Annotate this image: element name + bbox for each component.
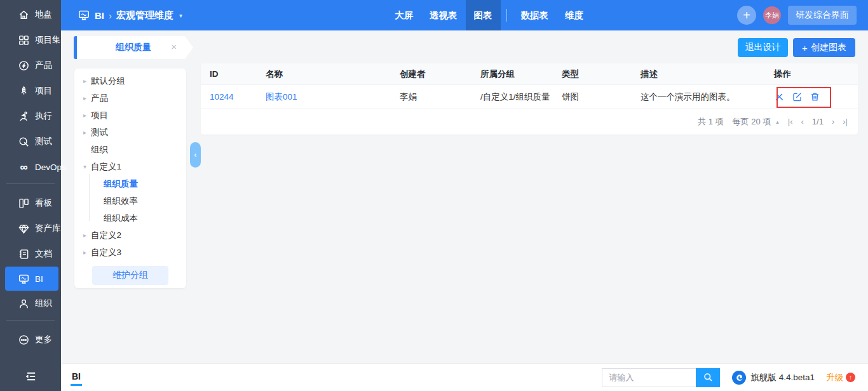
breadcrumb-section[interactable]: 宏观管理维度: [116, 10, 173, 22]
tree-item-test[interactable]: ▸ 测试: [74, 124, 186, 141]
assets-gem-icon: [18, 223, 30, 235]
avatar-name: 李娟: [765, 11, 779, 20]
add-button[interactable]: +: [737, 6, 756, 25]
tree-collapsed-icon[interactable]: ▸: [83, 95, 91, 102]
sidebar-item-label: DevOps: [35, 162, 66, 172]
sidebar-item-home[interactable]: 地盘: [0, 2, 61, 27]
tree-collapsed-icon[interactable]: ▸: [83, 232, 91, 239]
tree-collapsed-icon[interactable]: ▸: [83, 77, 91, 84]
tab-pivot-table[interactable]: 透视表: [421, 0, 466, 30]
sidebar-item-assets[interactable]: 资产库: [0, 216, 61, 241]
footer-tab-bi[interactable]: BI: [71, 369, 82, 386]
caret-down-icon[interactable]: ▾: [179, 12, 182, 19]
design-chart-icon[interactable]: [774, 91, 785, 102]
tree-item-label: 组织质量: [74, 178, 138, 190]
tree-item-org-cost[interactable]: 组织成本: [74, 209, 186, 227]
upgrade-link[interactable]: 升级: [826, 372, 843, 383]
chevron-left-icon: ‹: [194, 150, 197, 159]
tab-dashboard-screen[interactable]: 大屏: [386, 0, 421, 30]
sidebar-item-more[interactable]: 更多: [0, 327, 61, 352]
breadcrumb: BI › 宏观管理维度 ▾: [61, 9, 182, 22]
execution-runner-icon: [18, 110, 30, 123]
upgrade-badge-icon[interactable]: ↑: [846, 373, 855, 382]
breadcrumb-separator-icon: ›: [109, 10, 112, 21]
program-grid-icon: [18, 34, 30, 46]
zentao-logo[interactable]: [732, 371, 746, 385]
tab-divider: [506, 9, 507, 22]
sidebar-item-label: 组织: [35, 298, 52, 309]
sidebar-item-test[interactable]: 测试: [0, 129, 61, 154]
tree-item-custom2[interactable]: ▸ 自定义2: [74, 227, 186, 244]
tree-item-label: 组织: [74, 144, 108, 156]
tree-collapsed-icon[interactable]: ▸: [83, 112, 91, 119]
delete-trash-icon[interactable]: [810, 91, 820, 102]
user-avatar[interactable]: 李娟: [763, 6, 781, 24]
prev-page-icon[interactable]: ‹: [801, 117, 804, 126]
column-header-creator: 创建者: [391, 69, 471, 80]
workbench-button[interactable]: 研发综合界面: [788, 6, 857, 25]
more-dots-icon: [18, 334, 30, 346]
tab-dimension[interactable]: 维度: [557, 0, 592, 30]
chart-name-link[interactable]: 图表001: [266, 92, 297, 102]
search-button[interactable]: [696, 368, 720, 387]
main-sidebar: 地盘 项目集 产品 项目 执行 测试 ∞ DevOps 看板: [0, 0, 61, 391]
tree-item-default-group[interactable]: ▸ 默认分组: [74, 72, 186, 89]
tree-item-org-quality[interactable]: 组织质量: [74, 175, 186, 192]
tree-collapse-handle[interactable]: ‹: [190, 142, 201, 168]
tree-item-label: 默认分组: [74, 76, 125, 87]
tree-item-label: 自定义2: [74, 230, 121, 241]
search-input[interactable]: [602, 368, 696, 387]
edit-icon[interactable]: [792, 91, 803, 102]
sidebar-collapse-button[interactable]: [0, 366, 61, 387]
create-chart-button[interactable]: + 创建图表: [793, 38, 855, 57]
sidebar-divider: [6, 183, 55, 184]
tree-item-project[interactable]: ▸ 项目: [74, 107, 186, 124]
plus-icon: +: [743, 9, 750, 22]
sidebar-item-label: 文档: [35, 248, 52, 260]
tree-collapsed-icon[interactable]: ▸: [83, 129, 91, 136]
tree-item-label: 产品: [74, 93, 108, 104]
tree-item-custom3[interactable]: ▸ 自定义3: [74, 244, 186, 261]
tab-charts[interactable]: 图表: [466, 0, 501, 30]
column-header-id: ID: [201, 69, 257, 79]
table-header-row: ID 名称 创建者 所属分组 类型 描述 操作: [201, 63, 858, 85]
maintain-groups-button[interactable]: 维护分组: [92, 266, 168, 285]
last-page-icon[interactable]: ›|: [843, 117, 848, 126]
tree-item-custom1[interactable]: ▾ 自定义1: [74, 158, 186, 175]
sidebar-item-org[interactable]: 组织: [0, 291, 61, 316]
project-rocket-icon: [18, 85, 30, 97]
close-icon[interactable]: ×: [171, 42, 177, 51]
caret-up-icon[interactable]: ▴: [776, 119, 779, 125]
tree-collapsed-icon[interactable]: ▸: [83, 249, 91, 256]
design-tab-org-quality[interactable]: 组织质量 ×: [74, 36, 193, 59]
next-page-icon[interactable]: ›: [832, 117, 834, 126]
sidebar-item-product[interactable]: 产品: [0, 53, 61, 78]
tree-item-label: 项目: [74, 110, 108, 121]
column-header-type: 类型: [553, 69, 632, 80]
footer-bar: BI 旗舰版 4.4.beta1 升级 ↑: [61, 363, 868, 391]
sidebar-item-kanban[interactable]: 看板: [0, 190, 61, 216]
home-icon: [18, 9, 30, 21]
bi-monitor-icon: [18, 273, 30, 285]
chart-id-link[interactable]: 10244: [210, 92, 234, 102]
collapse-menu-icon: [24, 369, 37, 383]
sidebar-item-project[interactable]: 项目: [0, 78, 61, 103]
chart-creator: 李娟: [391, 91, 471, 103]
sidebar-item-bi[interactable]: BI: [5, 267, 58, 291]
sidebar-item-doc[interactable]: 文档: [0, 241, 61, 267]
sidebar-item-execution[interactable]: 执行: [0, 103, 61, 129]
breadcrumb-app[interactable]: BI: [95, 10, 104, 21]
tree-item-product[interactable]: ▸ 产品: [74, 89, 186, 107]
tree-item-org[interactable]: 组织: [74, 141, 186, 158]
pagination-per-page[interactable]: 每页 20 项: [733, 116, 771, 128]
exit-design-button[interactable]: 退出设计: [738, 38, 788, 57]
sidebar-item-devops[interactable]: ∞ DevOps: [0, 154, 61, 180]
tree-guide-line: [89, 174, 90, 221]
tree-expanded-icon[interactable]: ▾: [83, 163, 91, 170]
kanban-icon: [18, 197, 30, 209]
product-icon: [18, 60, 30, 72]
tree-item-org-efficiency[interactable]: 组织效率: [74, 192, 186, 209]
tab-data-table[interactable]: 数据表: [513, 0, 557, 30]
first-page-icon[interactable]: |‹: [788, 117, 793, 126]
sidebar-item-program[interactable]: 项目集: [0, 27, 61, 53]
